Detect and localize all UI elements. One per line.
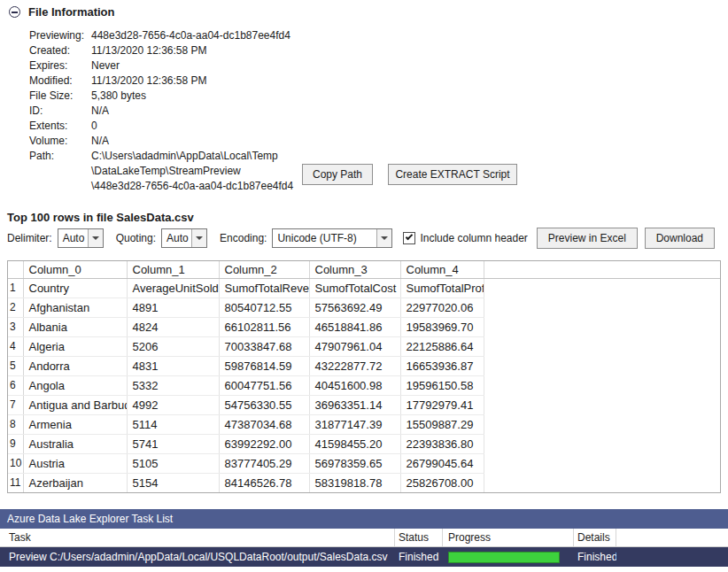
grid-cell[interactable]: Afghanistan xyxy=(23,298,127,317)
grid-cell[interactable]: 31877147.39 xyxy=(309,414,400,434)
grid-cell[interactable]: 63992292.00 xyxy=(219,434,309,453)
grid-cell[interactable]: 80540712.55 xyxy=(219,298,309,317)
grid-cell[interactable]: 22393836.80 xyxy=(400,434,484,453)
file-information-title: File Information xyxy=(28,5,115,19)
grid-cell[interactable]: 25826708.00 xyxy=(400,473,484,492)
grid-cell[interactable]: 4831 xyxy=(127,356,219,375)
grid-cell[interactable]: 22977020.06 xyxy=(400,298,484,317)
field-label: Expires: xyxy=(29,58,91,73)
field-value: C:\Users\adadmin\AppData\Local\Temp \Dat… xyxy=(91,149,293,194)
include-column-header-checkbox[interactable] xyxy=(403,232,415,244)
row-header[interactable]: 1 xyxy=(8,278,23,298)
grid-cell[interactable]: Algeria xyxy=(23,336,127,356)
grid-cell[interactable]: 58319818.78 xyxy=(309,473,400,492)
file-information-header: File Information xyxy=(9,5,115,19)
grid-cell[interactable]: 66102811.56 xyxy=(219,317,309,336)
progress-column-header[interactable]: Progress xyxy=(443,529,574,546)
row-header[interactable]: 2 xyxy=(8,298,23,317)
column-header[interactable]: Column_2 xyxy=(219,261,309,278)
grid-cell[interactable]: 4992 xyxy=(127,395,219,414)
grid-cell[interactable]: 70033847.68 xyxy=(219,336,309,356)
grid-cell[interactable]: 15509887.29 xyxy=(400,414,484,434)
grid-cell[interactable]: Albania xyxy=(23,317,127,336)
grid-cell[interactable]: 19596150.58 xyxy=(400,375,484,395)
chevron-down-icon[interactable] xyxy=(376,229,391,247)
include-column-header-label[interactable]: Include column header xyxy=(420,232,527,244)
grid-cell[interactable]: Country xyxy=(23,278,127,298)
chevron-down-icon[interactable] xyxy=(191,229,206,247)
status-column-header[interactable]: Status xyxy=(395,529,443,546)
grid-cell[interactable]: Antigua and Barbuda xyxy=(23,395,127,414)
grid-cell[interactable]: 84146526.78 xyxy=(219,473,309,492)
grid-cell[interactable]: 83777405.29 xyxy=(219,453,309,473)
grid-cell[interactable]: Australia xyxy=(23,434,127,453)
grid-cell[interactable]: 4891 xyxy=(127,298,219,317)
grid-cell[interactable]: 5741 xyxy=(127,434,219,453)
grid-cell[interactable]: 16653936.87 xyxy=(400,356,484,375)
task-status: Finished xyxy=(395,551,443,563)
grid-cell[interactable]: 5154 xyxy=(127,473,219,492)
grid-cell[interactable]: 36963351.14 xyxy=(309,395,400,414)
row-header[interactable]: 10 xyxy=(8,453,23,473)
encoding-select[interactable]: Unicode (UTF-8) xyxy=(272,228,392,248)
download-button[interactable]: Download xyxy=(645,228,715,249)
preview-in-excel-button[interactable]: Preview in Excel xyxy=(537,228,638,249)
row-header[interactable]: 4 xyxy=(8,336,23,356)
collapse-icon[interactable] xyxy=(9,6,20,18)
task-progress-cell xyxy=(443,552,574,563)
copy-path-button[interactable]: Copy Path xyxy=(302,164,373,185)
grid-cell[interactable]: 5105 xyxy=(127,453,219,473)
grid-cell[interactable]: 40451600.98 xyxy=(309,375,400,395)
grid-cell[interactable]: 59876814.59 xyxy=(219,356,309,375)
grid-cell[interactable]: 22125886.64 xyxy=(400,336,484,356)
field-label: Extents: xyxy=(29,119,91,134)
grid-cell[interactable]: 26799045.64 xyxy=(400,453,484,473)
grid-cell[interactable]: 46518841.86 xyxy=(309,317,400,336)
grid-cell[interactable]: 47907961.04 xyxy=(309,336,400,356)
row-header[interactable]: 6 xyxy=(8,375,23,395)
row-header[interactable]: 8 xyxy=(8,414,23,434)
grid-cell[interactable]: Angola xyxy=(23,375,127,395)
grid-cell[interactable]: 4824 xyxy=(127,317,219,336)
grid-cell[interactable]: 43222877.72 xyxy=(309,356,400,375)
column-header[interactable]: Column_3 xyxy=(309,261,400,278)
file-info-row: Modified: 11/13/2020 12:36:58 PM xyxy=(29,73,293,89)
grid-cell[interactable]: 17792979.41 xyxy=(400,395,484,414)
create-extract-script-button[interactable]: Create EXTRACT Script xyxy=(388,164,517,185)
column-header[interactable]: Column_0 xyxy=(23,261,127,278)
grid-row-filler xyxy=(484,298,720,317)
details-column-header[interactable]: Details xyxy=(574,529,616,546)
grid-cell[interactable]: SumofTotalProfit xyxy=(400,278,484,298)
row-header-corner[interactable] xyxy=(8,261,23,278)
grid-cell[interactable]: 54756330.55 xyxy=(219,395,309,414)
row-header[interactable]: 5 xyxy=(8,356,23,375)
grid-cell[interactable]: SumofTotalCost xyxy=(309,278,400,298)
task-column-header[interactable]: Task xyxy=(0,529,395,546)
grid-cell[interactable]: 5332 xyxy=(127,375,219,395)
row-header[interactable]: 7 xyxy=(8,395,23,414)
grid-cell[interactable]: 47387034.68 xyxy=(219,414,309,434)
column-header[interactable]: Column_1 xyxy=(127,261,219,278)
grid-cell[interactable]: 56978359.65 xyxy=(309,453,400,473)
delimiter-select[interactable]: Auto xyxy=(58,228,104,248)
row-header[interactable]: 3 xyxy=(8,317,23,336)
grid-cell[interactable]: SumofTotalRevenue xyxy=(219,278,309,298)
column-header[interactable]: Column_4 xyxy=(400,261,484,278)
task-row[interactable]: Preview C:/Users/adadmin/AppData/Local/U… xyxy=(0,547,728,567)
grid-cell[interactable]: AverageUnitSold xyxy=(127,278,219,298)
grid-cell[interactable]: Andorra xyxy=(23,356,127,375)
quoting-select[interactable]: Auto xyxy=(161,228,207,248)
grid-cell[interactable]: 19583969.70 xyxy=(400,317,484,336)
grid-cell[interactable]: 5206 xyxy=(127,336,219,356)
grid-cell[interactable]: 57563692.49 xyxy=(309,298,400,317)
grid-cell[interactable]: Armenia xyxy=(23,414,127,434)
field-value: 448e3d28-7656-4c0a-aa04-dc1b87ee4fd4 xyxy=(91,28,290,43)
row-header[interactable]: 11 xyxy=(8,473,23,492)
grid-cell[interactable]: Azerbaijan xyxy=(23,473,127,492)
grid-cell[interactable]: 60047751.56 xyxy=(219,375,309,395)
grid-cell[interactable]: Austria xyxy=(23,453,127,473)
row-header[interactable]: 9 xyxy=(8,434,23,453)
grid-cell[interactable]: 41598455.20 xyxy=(309,434,400,453)
chevron-down-icon[interactable] xyxy=(88,229,103,247)
grid-cell[interactable]: 5114 xyxy=(127,414,219,434)
